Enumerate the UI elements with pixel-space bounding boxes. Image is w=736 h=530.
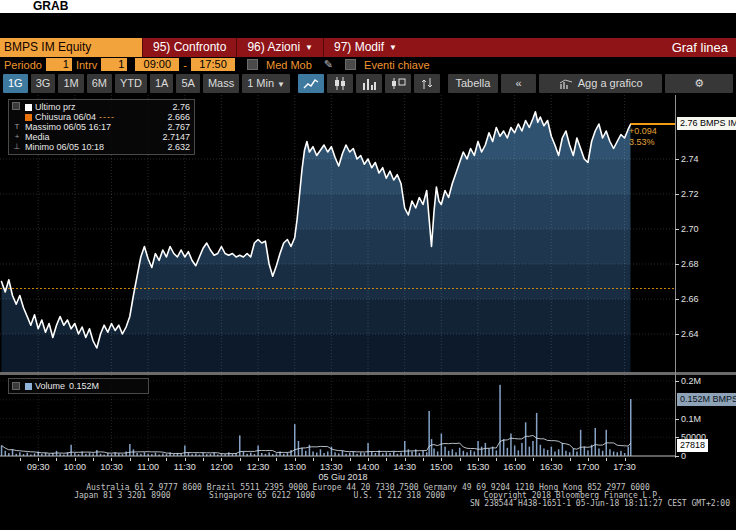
eventi-chiave-checkbox[interactable] (345, 59, 356, 70)
price-tick-label: 2.74 (681, 154, 699, 164)
time-tick-label: 14:00 (351, 462, 385, 472)
time-tick-mark (405, 458, 406, 461)
tab-mass[interactable]: Mass (203, 74, 239, 93)
time-tick-label: 17:30 (608, 462, 642, 472)
tab-5a[interactable]: 5A (176, 74, 199, 93)
window-title: GRAB (33, 0, 68, 13)
menu-confronto[interactable]: 95) Confronto (142, 38, 236, 57)
collapse-panel-button[interactable]: « (501, 74, 536, 93)
time-tick-label: 13:30 (314, 462, 348, 472)
time-tick-mark (496, 458, 497, 461)
time-tick-label: 10:00 (58, 462, 92, 472)
security-ticker-field[interactable]: BMPS IM Equity (0, 38, 142, 57)
low-marker-icon: ⊥ (12, 142, 22, 152)
candle-study-button[interactable] (385, 74, 411, 93)
volume-legend[interactable]: Volume 0.152M (8, 378, 149, 394)
time-tick-mark (625, 458, 626, 461)
time-tick-label: 11:00 (131, 462, 165, 472)
menu-modif[interactable]: 97) Modif ▼ (323, 38, 407, 57)
legend-label: Media (25, 132, 162, 142)
agg-a-grafico-button[interactable]: Agg a grafico (539, 74, 662, 93)
legend-value: 2.632 (167, 142, 190, 152)
time-tick-mark (441, 458, 442, 461)
time-tick-mark (423, 458, 424, 461)
chart-type-label: Graf linea (672, 38, 736, 57)
bloomberg-footer: Australia 61 2 9777 8600 Brazil 5511 239… (0, 484, 736, 508)
pencil-icon[interactable]: ✎ (324, 58, 333, 71)
tab-3g[interactable]: 3G (31, 74, 56, 93)
menu-azioni-label: 96) Azioni (247, 38, 300, 57)
volume-tick-label: 0 (681, 451, 686, 461)
intrv-input[interactable]: 1 (101, 58, 127, 71)
menu-bar: BMPS IM Equity 95) Confronto 96) Azioni … (0, 38, 736, 57)
legend-value: 2.7147 (162, 132, 190, 142)
tab-ytd[interactable]: YTD (115, 74, 147, 93)
price-tick-label: 2.70 (681, 224, 699, 234)
candle-box-icon (390, 77, 406, 90)
time-tick-mark (533, 458, 534, 461)
time-from-input[interactable]: 09:00 (135, 58, 179, 71)
time-tick-mark (148, 458, 149, 461)
legend-row-high[interactable]: T Massimo 06/05 16:17 2.767 (12, 122, 190, 132)
chart-toolbar: 1G 3G 1M 6M YTD 1A 5A Mass 1 Min▼ Tabell… (0, 72, 736, 95)
agg-a-grafico-label: Agg a grafico (578, 74, 643, 93)
legend-row-last[interactable]: Ultimo prz 2.76 (12, 102, 190, 112)
legend-value: 2.76 (172, 102, 190, 112)
legend-row-low[interactable]: ⊥ Minimo 06/05 10:18 2.632 (12, 142, 190, 152)
line-chart-mode-button[interactable] (298, 74, 324, 93)
time-tick-mark (258, 458, 259, 461)
volume-tick-label: 0.2M (681, 376, 701, 386)
high-marker-icon: T (12, 122, 22, 132)
tab-6m[interactable]: 6M (87, 74, 112, 93)
tab-1m[interactable]: 1M (58, 74, 83, 93)
last-price-badge: 2.76 BMPS IM (677, 117, 736, 130)
legend-value: 2.767 (167, 122, 190, 132)
period-input[interactable]: 1 (46, 58, 72, 71)
menu-azioni[interactable]: 96) Azioni ▼ (236, 38, 323, 57)
time-tick-mark (56, 458, 57, 461)
time-tick-label: 09:30 (21, 462, 55, 472)
time-tick-mark (460, 458, 461, 461)
chevron-down-icon: ▼ (277, 80, 285, 89)
legend-row-mean[interactable]: + Media 2.7147 (12, 132, 190, 142)
time-tick-mark (93, 458, 94, 461)
last-volume-badge: 0.152M BMPS IM (677, 393, 736, 406)
sort-arrows-button[interactable] (414, 74, 440, 93)
price-tick-label: 2.66 (681, 294, 699, 304)
menu-modif-label: 97) Modif (334, 38, 384, 57)
tabella-button[interactable]: Tabella (448, 74, 498, 93)
volume-legend-value: 0.152M (69, 381, 99, 391)
time-tick-label: 10:30 (94, 462, 128, 472)
med-mob-checkbox[interactable] (247, 59, 258, 70)
change-annotation: +0.094 3.53% (629, 126, 657, 148)
last-price-swatch (25, 104, 32, 111)
interval-dropdown[interactable]: 1 Min▼ (242, 74, 290, 93)
candlestick-icon (332, 77, 348, 90)
time-tick-label: 12:00 (204, 462, 238, 472)
time-tick-label: 12:30 (241, 462, 275, 472)
time-tick-mark (276, 458, 277, 461)
change-percent: 3.53% (629, 137, 657, 148)
histogram-icon (361, 77, 377, 90)
volume-histogram-button[interactable] (356, 74, 382, 93)
candlestick-mode-button[interactable] (327, 74, 353, 93)
price-axis-spine (675, 95, 676, 458)
legend-row-close[interactable]: Chiusura 06/04 ---- 2.666 (12, 112, 190, 122)
mean-marker-icon: + (12, 132, 22, 142)
close-line-style: ---- (99, 112, 115, 122)
tab-1a[interactable]: 1A (150, 74, 173, 93)
eventi-chiave-label: Eventi chiave (364, 59, 429, 71)
time-tick-mark (386, 458, 387, 461)
price-tick-label: 2.72 (681, 189, 699, 199)
time-to-input[interactable]: 17:50 (191, 58, 235, 71)
tab-1g[interactable]: 1G (3, 74, 28, 93)
time-tick-mark (515, 458, 516, 461)
time-tick-mark (295, 458, 296, 461)
chart-controls-row: Periodo 1 Intrv 1 09:00 - 17:50 Med Mob … (0, 57, 736, 72)
legend-label: Massimo 06/05 16:17 (25, 122, 167, 132)
settings-button[interactable]: ⚙ (665, 74, 733, 93)
legend-toggle-icon (12, 102, 22, 113)
legend-label: Minimo 06/05 10:18 (25, 142, 167, 152)
time-tick-mark (570, 458, 571, 461)
time-tick-mark (368, 458, 369, 461)
